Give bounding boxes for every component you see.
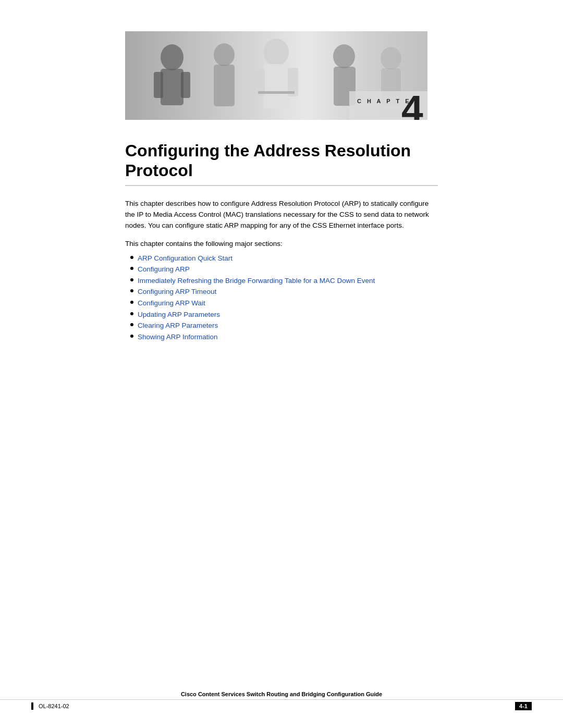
list-item: Clearing ARP Parameters (130, 320, 438, 331)
footer-bottom-bar: OL-8241-02 4-1 (0, 699, 563, 712)
svg-rect-3 (154, 72, 163, 98)
svg-rect-4 (181, 72, 190, 98)
title-divider (125, 185, 438, 186)
bullet-dot (130, 312, 133, 315)
bullet-dot (130, 335, 133, 338)
chapter-title: Configuring the Address Resolution Proto… (125, 141, 438, 181)
svg-rect-11 (258, 91, 295, 94)
svg-point-12 (333, 44, 355, 68)
bullet-dot (130, 301, 133, 304)
section-link-5[interactable]: Updating ARP Parameters (138, 309, 220, 320)
list-item: Showing ARP Information (130, 331, 438, 343)
svg-point-5 (214, 43, 235, 66)
section-link-0[interactable]: ARP Configuration Quick Start (138, 253, 232, 264)
footer-guide-title: Cisco Content Services Switch Routing an… (181, 691, 382, 697)
svg-text:4: 4 (401, 87, 423, 120)
footer-left-accent (31, 702, 33, 710)
svg-rect-2 (161, 69, 183, 105)
footer-doc-number: OL-8241-02 (31, 702, 69, 710)
page-footer: Cisco Content Services Switch Routing an… (0, 691, 563, 712)
body-paragraph: This chapter describes how to configure … (125, 199, 438, 231)
bullet-dot (130, 278, 133, 281)
chapter-header-image: C H A P T E R 4 (125, 31, 427, 120)
svg-point-7 (264, 39, 289, 66)
bullet-dot (130, 289, 133, 292)
svg-rect-8 (263, 64, 289, 108)
page-container: C H A P T E R 4 Configuring the Address … (0, 0, 563, 728)
section-link-3[interactable]: Configuring ARP Timeout (138, 286, 216, 298)
section-link-1[interactable]: Configuring ARP (138, 264, 190, 275)
list-item: Immediately Refreshing the Bridge Forwar… (130, 275, 438, 287)
svg-point-14 (381, 47, 401, 70)
sections-list: ARP Configuration Quick StartConfiguring… (125, 253, 438, 343)
bullet-dot (130, 267, 133, 270)
list-item: ARP Configuration Quick Start (130, 253, 438, 264)
svg-point-1 (161, 44, 183, 70)
sections-intro: This chapter contains the following majo… (125, 240, 438, 248)
section-link-2[interactable]: Immediately Refreshing the Bridge Forwar… (138, 275, 375, 287)
section-link-7[interactable]: Showing ARP Information (138, 331, 218, 343)
list-item: Configuring ARP Wait (130, 298, 438, 309)
chapter-illustration: C H A P T E R 4 (125, 31, 427, 120)
footer-doc-number-text: OL-8241-02 (39, 703, 69, 709)
svg-rect-6 (214, 65, 235, 106)
section-link-4[interactable]: Configuring ARP Wait (138, 298, 205, 309)
list-item: Configuring ARP Timeout (130, 286, 438, 298)
main-content: Configuring the Address Resolution Proto… (125, 141, 438, 353)
bullet-dot (130, 323, 133, 326)
list-item: Configuring ARP (130, 264, 438, 275)
section-link-6[interactable]: Clearing ARP Parameters (138, 320, 218, 331)
list-item: Updating ARP Parameters (130, 309, 438, 320)
bullet-dot (130, 256, 133, 259)
footer-page-number: 4-1 (515, 702, 532, 710)
